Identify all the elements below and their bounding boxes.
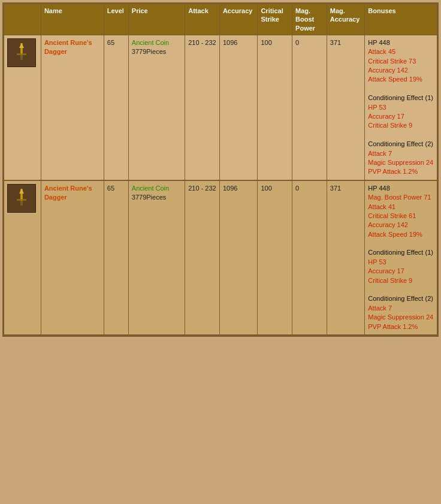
col-header-icon: [4, 4, 41, 35]
item-name-cell[interactable]: Ancient Rune's Dagger: [41, 180, 104, 335]
bonus-item: Conditioning Effect (1): [368, 93, 434, 102]
bonus-item: Attack Speed 19%: [368, 230, 434, 239]
bonus-item: Attack 41: [368, 203, 434, 212]
table-header-row: Name Level Price Attack Accuracy Critica…: [4, 4, 437, 35]
item-mgacc: 371: [327, 35, 365, 180]
col-header-mgacc: Mag. Accuracy: [327, 4, 365, 35]
dagger-icon: [11, 188, 32, 209]
item-name: Ancient Rune's Dagger: [44, 185, 92, 201]
bonus-item: Accuracy 142: [368, 221, 434, 230]
bonus-item: Conditioning Effect (2): [368, 294, 434, 303]
col-header-name: Name: [41, 4, 104, 35]
price-amount: 3779Pieces: [132, 194, 167, 201]
item-critical: 100: [258, 35, 292, 180]
item-icon-cell: [4, 180, 41, 335]
col-header-bonuses: Bonuses: [365, 4, 437, 35]
item-price: Ancient Coin3779Pieces: [128, 180, 185, 335]
bonus-item: Attack 7: [368, 149, 434, 158]
item-accuracy: 1096: [219, 35, 258, 180]
col-header-level: Level: [104, 4, 128, 35]
bonus-item: HP 53: [368, 103, 434, 112]
item-attack: 210 - 232: [185, 35, 220, 180]
items-table: Name Level Price Attack Accuracy Critica…: [4, 4, 437, 336]
bonus-item: HP 448: [368, 184, 434, 193]
bonus-item: Magic Suppression 24: [368, 158, 434, 167]
table-row: Ancient Rune's Dagger65Ancient Coin3779P…: [4, 180, 437, 335]
item-mgboost: 0: [292, 35, 327, 180]
bonus-item: Conditioning Effect (1): [368, 248, 434, 257]
bonus-item: Mag. Boost Power 71: [368, 193, 434, 202]
bonus-item: Critical Strike 9: [368, 276, 434, 285]
item-icon: [7, 38, 36, 67]
main-table-wrapper: Name Level Price Attack Accuracy Critica…: [2, 2, 439, 337]
item-accuracy: 1096: [219, 180, 258, 335]
bonus-item: Critical Strike 61: [368, 212, 434, 221]
bonus-item: Magic Suppression 24: [368, 313, 434, 322]
item-mgboost: 0: [292, 180, 327, 335]
svg-rect-3: [20, 55, 23, 60]
item-critical: 100: [258, 180, 292, 335]
bonus-item: Accuracy 142: [368, 66, 434, 75]
bonus-item: Attack Speed 19%: [368, 75, 434, 84]
dagger-icon: [11, 42, 32, 64]
col-header-accuracy: Accuracy: [219, 4, 258, 35]
item-name-cell[interactable]: Ancient Rune's Dagger: [41, 35, 104, 180]
bonus-item: Critical Strike 73: [368, 57, 434, 66]
col-header-critical: Critical Strike: [258, 4, 292, 35]
bonus-item: Accuracy 17: [368, 112, 434, 121]
bonus-item: Accuracy 17: [368, 267, 434, 276]
item-level: 65: [104, 35, 128, 180]
item-bonuses: HP 448Mag. Boost Power 71Attack 41Critic…: [365, 180, 437, 335]
col-header-mgboost: Mag. Boost Power: [292, 4, 327, 35]
table-row: Ancient Rune's Dagger65Ancient Coin3779P…: [4, 35, 437, 180]
price-currency: Ancient Coin: [132, 39, 169, 46]
item-price: Ancient Coin3779Pieces: [128, 35, 185, 180]
bonus-item: Attack 7: [368, 304, 434, 313]
price-currency: Ancient Coin: [132, 185, 169, 192]
bonus-item: PVP Attack 1.2%: [368, 322, 434, 331]
item-mgacc: 371: [327, 180, 365, 335]
item-attack: 210 - 232: [185, 180, 220, 335]
item-bonuses: HP 448Attack 45Critical Strike 73Accurac…: [365, 35, 437, 180]
bonus-item: Critical Strike 9: [368, 121, 434, 130]
item-name: Ancient Rune's Dagger: [44, 39, 92, 55]
bonus-item: PVP Attack 1.2%: [368, 167, 434, 176]
price-amount: 3779Pieces: [132, 48, 167, 55]
bonus-item: HP 448: [368, 38, 434, 47]
item-icon: [7, 184, 36, 213]
col-header-price: Price: [128, 4, 185, 35]
item-icon-cell: [4, 35, 41, 180]
bonus-item: Conditioning Effect (2): [368, 140, 434, 149]
bonus-item: Attack 45: [368, 47, 434, 56]
item-level: 65: [104, 180, 128, 335]
table-body: Ancient Rune's Dagger65Ancient Coin3779P…: [4, 35, 437, 335]
svg-rect-8: [20, 201, 23, 206]
col-header-attack: Attack: [185, 4, 220, 35]
bonus-item: HP 53: [368, 258, 434, 267]
